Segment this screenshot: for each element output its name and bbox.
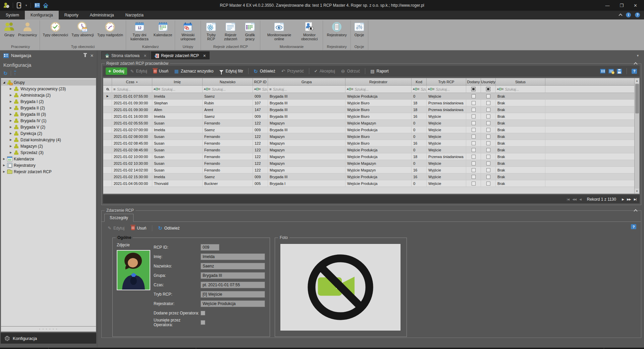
help-icon[interactable]: ? — [635, 12, 640, 17]
ribbon-button-grupy[interactable]: Grupy — [2, 20, 16, 37]
cell-usuniety[interactable] — [481, 160, 496, 166]
tab-rejestr-zdarzen-rcp[interactable]: Rejestr zdarzeń RCP ✕ — [151, 51, 210, 59]
detail-refresh-button[interactable]: ↻Odśwież — [155, 224, 182, 232]
cell-dodany[interactable] — [466, 106, 481, 113]
ribbon-button-pracownicy[interactable]: Pracownicy — [16, 20, 39, 37]
checkbox[interactable] — [486, 128, 490, 132]
table-row[interactable]: 2021-01-01 09:30:00 Stephan Rubin 107 Br… — [103, 100, 639, 106]
close-sidebar-icon[interactable]: ✕ — [90, 53, 94, 58]
table-row[interactable]: 2021-01-01 07:55:00 Imelda Saenz 009 Bry… — [103, 93, 639, 100]
save-layout-icon[interactable] — [617, 69, 622, 74]
tab-szczegoly[interactable]: Szczegóły — [104, 214, 133, 222]
checkbox[interactable] — [472, 101, 476, 105]
checkbox[interactable] — [486, 161, 490, 165]
scroll-up-icon[interactable]: ▲ — [635, 78, 639, 83]
sidebar-bottom-bar[interactable]: Konfiguracja — [1, 333, 96, 344]
cell-dodany[interactable] — [466, 100, 481, 106]
tree-expand-icon[interactable] — [9, 151, 12, 154]
info-icon[interactable]: i — [626, 12, 631, 17]
filter-kod[interactable]: BSzu... — [412, 86, 427, 93]
ribbon-button-rejestratory[interactable]: Rejestratory — [325, 20, 348, 37]
tree-expand-icon[interactable] — [2, 157, 6, 160]
edit-button[interactable]: ✎Edytuj — [128, 67, 150, 75]
prev-page-icon[interactable]: ◀◀ — [572, 198, 576, 201]
ribbon-button-typy-obecnosci[interactable]: Typy obecności — [41, 20, 70, 37]
checkbox[interactable] — [201, 320, 205, 325]
tree-item[interactable]: Brygada III (3) — [1, 111, 96, 117]
table-row[interactable]: 2021-01-02 14:02:00 Susan Fernando 122 M… — [103, 167, 639, 173]
filter-grupa[interactable]: Szukaj... — [268, 86, 345, 93]
checkbox[interactable] — [472, 135, 476, 139]
tree-expand-icon[interactable] — [9, 138, 12, 141]
cell-dodany[interactable] — [466, 160, 481, 166]
tree-expand-icon[interactable] — [2, 170, 6, 173]
checkbox[interactable] — [486, 135, 490, 139]
accept-button[interactable]: ✔Akceptuj — [312, 67, 338, 75]
tree-item[interactable]: Dyrekcja (2) — [1, 130, 96, 137]
cell-dodany[interactable] — [466, 147, 481, 153]
header-rcp-id[interactable]: RCP ID — [253, 78, 268, 85]
select-all-button[interactable]: ▦Zaznacz wszystko — [172, 67, 216, 75]
sidebar-resize-handle[interactable]: · · · · · · — [1, 327, 96, 332]
ribbon-button-opcje[interactable]: Opcje — [353, 20, 366, 37]
header-tryb-rcp[interactable]: Tryb RCP — [427, 78, 466, 85]
header-nazwisko[interactable]: Nazwisko — [203, 78, 253, 85]
ribbon-button-typy-dni-kalendarza[interactable]: 12 Typy dni kalendarza — [127, 20, 152, 41]
checkbox[interactable] — [486, 94, 490, 98]
tree-item[interactable]: Brygada II (2) — [1, 105, 96, 111]
scroll-down-icon[interactable]: ▼ — [635, 189, 639, 194]
next-page-icon[interactable]: ▶▶ — [627, 198, 631, 201]
cell-usuniety[interactable] — [481, 100, 496, 106]
checkbox[interactable] — [472, 168, 476, 172]
table-row[interactable]: 2021-01-02 05:55:00 Susan Fernando 122 M… — [103, 120, 639, 127]
cell-usuniety[interactable] — [481, 113, 496, 119]
checkbox[interactable] — [472, 141, 476, 145]
home-button[interactable] — [43, 3, 49, 8]
tree-expand-icon[interactable] — [9, 132, 12, 135]
column-layout-icon[interactable] — [608, 69, 614, 73]
close-button[interactable]: ✕ — [634, 3, 637, 8]
table-row[interactable]: 2021-01-02 08:45:00 Susan Fernando 122 M… — [103, 147, 639, 153]
checkbox[interactable] — [486, 155, 490, 159]
cell-dodany[interactable] — [466, 180, 481, 187]
pin-icon[interactable] — [85, 54, 86, 57]
tree-expand-icon[interactable] — [2, 81, 6, 84]
navigation-panel-button[interactable] — [34, 3, 40, 8]
filter-nazwisko[interactable]: BSzukaj... — [203, 86, 253, 93]
vertical-scrollbar[interactable]: ▲ ▼ — [634, 78, 639, 194]
field-value[interactable]: Brygada III — [201, 272, 265, 279]
report-button[interactable]: ▤Raport — [368, 67, 391, 75]
detail-delete-button[interactable]: Usuń — [128, 225, 149, 232]
chevron-down-icon[interactable]: ▾ — [25, 4, 27, 7]
ribbon-button-typy-absencji[interactable]: 12 Typy absencji — [70, 20, 96, 37]
restore-button[interactable]: ↶Przywróć — [279, 67, 307, 75]
last-record-icon[interactable]: ▶| — [634, 198, 636, 201]
collapse-ribbon-icon[interactable] — [619, 13, 622, 17]
cell-usuniety[interactable] — [481, 93, 496, 99]
cell-usuniety[interactable] — [481, 140, 496, 146]
checkbox[interactable] — [486, 175, 490, 179]
checkbox[interactable] — [486, 182, 490, 186]
field-value[interactable]: pt. 2021-01-01 07:55 — [201, 282, 265, 288]
close-tab-icon[interactable]: ✕ — [203, 54, 206, 58]
field-value[interactable]: Imelda — [201, 253, 265, 260]
table-row[interactable]: 2021-01-02 08:00:00 Susan Fernando 122 M… — [103, 133, 639, 140]
checkbox[interactable] — [486, 148, 490, 152]
first-record-icon[interactable]: |◀ — [567, 198, 569, 201]
menu-tab-raporty[interactable]: Raporty — [59, 11, 84, 19]
grid-help-icon[interactable]: ? — [632, 69, 637, 74]
tree-item[interactable]: Magazyn (2) — [1, 143, 96, 149]
checkbox[interactable] — [472, 114, 476, 118]
close-tab-icon[interactable]: ✕ — [144, 54, 147, 58]
ribbon-button-rejestr-zdarzen[interactable]: Rejestr zdarzeń — [220, 20, 241, 41]
cell-dodany[interactable] — [466, 140, 481, 146]
menu-tab-konfiguracja[interactable]: Konfiguracja — [25, 11, 59, 19]
filter-tryb-rcp[interactable]: BSzukaj... — [427, 86, 466, 93]
tree-expand-icon[interactable] — [9, 106, 12, 109]
collapse-all-icon[interactable]: ↑ — [14, 71, 16, 76]
tree-item[interactable]: Brygada V (2) — [1, 124, 96, 130]
minimize-button[interactable]: — — [605, 3, 609, 8]
checkbox[interactable] — [472, 121, 476, 125]
tree-item[interactable]: Wszyscy pracownicy (23) — [1, 86, 96, 92]
cell-usuniety[interactable] — [481, 133, 496, 140]
